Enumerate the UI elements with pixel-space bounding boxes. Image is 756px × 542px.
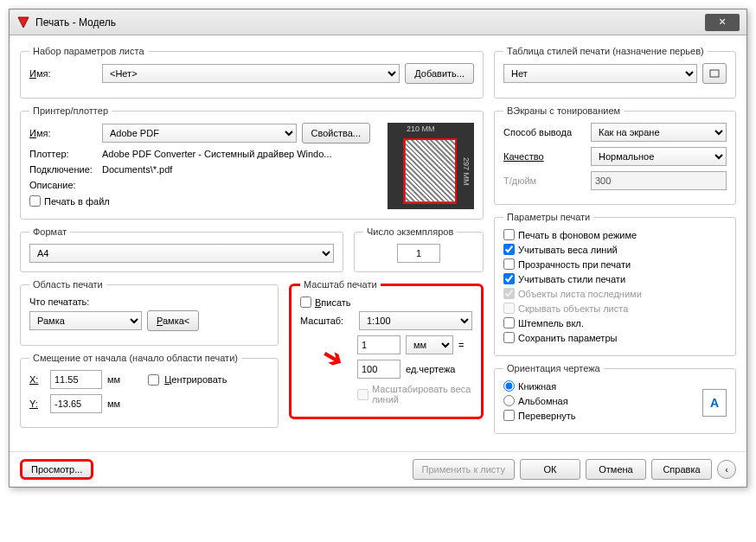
shaded-legend: ВЭкраны с тонированием bbox=[503, 105, 624, 116]
printer-name-select[interactable]: Adobe PDF bbox=[102, 124, 297, 143]
chevron-left-icon: ‹ bbox=[725, 464, 728, 475]
pagesetup-name-select[interactable]: <Нет> bbox=[102, 64, 400, 83]
edit-icon bbox=[708, 67, 721, 80]
offset-y-unit: мм bbox=[107, 399, 120, 409]
paper-size-group: Формат A4 bbox=[20, 226, 343, 272]
scale-drawing-label: ед.чертежа bbox=[406, 364, 455, 374]
titlebar: Печать - Модель × bbox=[10, 10, 746, 35]
dialog-footer: Просмотр... Применить к листу ОК Отмена … bbox=[10, 451, 746, 487]
paper-preview: 210 MM 297 MM bbox=[388, 123, 474, 209]
scale-drawing-input[interactable] bbox=[357, 360, 400, 379]
plotter-value: Adobe PDF Converter - Системный драйвер … bbox=[102, 149, 332, 159]
opt-background-checkbox[interactable] bbox=[503, 229, 515, 240]
plotstyle-group: Таблица стилей печати (назначение перьев… bbox=[494, 46, 736, 99]
plot-options-legend: Параметры печати bbox=[503, 212, 593, 222]
scale-lineweights-label: Масштабировать веса линий bbox=[372, 384, 472, 405]
offset-x-label: X: bbox=[29, 374, 45, 385]
copies-group: Число экземпляров bbox=[354, 226, 484, 272]
quality-select[interactable]: Нормальное bbox=[591, 147, 727, 166]
offset-group: Смещение от начала (начало области печат… bbox=[20, 353, 279, 428]
opt-save-label: Сохранить параметры bbox=[518, 333, 617, 343]
orientation-portrait-radio[interactable] bbox=[503, 380, 515, 392]
orientation-landscape-radio[interactable] bbox=[503, 395, 515, 406]
offset-x-unit: мм bbox=[107, 374, 120, 385]
plotstyle-edit-button[interactable] bbox=[702, 63, 727, 84]
orientation-legend: Ориентация чертежа bbox=[503, 363, 604, 373]
connection-value: Documents\*.pdf bbox=[102, 164, 172, 175]
orientation-preview-icon: A bbox=[702, 389, 727, 417]
cancel-button[interactable]: Отмена bbox=[586, 459, 646, 480]
printer-props-button[interactable]: Свойства... bbox=[302, 123, 370, 143]
scale-group: Масштаб печати Вписать Масштаб: 1:100 ➔ … bbox=[289, 279, 484, 419]
opt-stamp-label: Штемпель вкл. bbox=[518, 318, 584, 328]
ok-button[interactable]: ОК bbox=[520, 459, 580, 480]
dpi-input bbox=[591, 171, 727, 190]
description-label: Описание: bbox=[29, 180, 97, 190]
opt-hide-label: Скрывать объекты листа bbox=[518, 303, 628, 314]
shaded-group: ВЭкраны с тонированием Способ выводаКак … bbox=[494, 105, 736, 205]
paper-size-legend: Формат bbox=[29, 226, 70, 237]
orientation-upside-checkbox[interactable] bbox=[503, 410, 515, 421]
collapse-button[interactable]: ‹ bbox=[717, 460, 736, 479]
scale-unit-select[interactable]: мм bbox=[406, 335, 453, 354]
offset-y-input[interactable] bbox=[50, 394, 102, 413]
pagesetup-name-label: Имя: bbox=[29, 68, 97, 79]
orientation-upside-label: Перевернуть bbox=[518, 411, 576, 421]
opt-lineweights-checkbox[interactable] bbox=[503, 244, 515, 255]
opt-save-checkbox[interactable] bbox=[503, 332, 515, 343]
plot-what-label: Что печатать: bbox=[29, 297, 269, 307]
plot-window-button[interactable]: Рамка< bbox=[147, 310, 199, 331]
preview-button[interactable]: Просмотр... bbox=[20, 459, 93, 480]
connection-label: Подключение: bbox=[29, 164, 97, 175]
scale-legend: Масштаб печати bbox=[300, 279, 381, 290]
opt-stamp-checkbox[interactable] bbox=[503, 317, 515, 328]
offset-x-input[interactable] bbox=[50, 370, 102, 389]
annotation-arrow-icon: ➔ bbox=[317, 340, 348, 374]
svg-rect-0 bbox=[710, 70, 719, 77]
opt-lineweights-label: Учитывать веса линий bbox=[518, 245, 618, 255]
printer-name-label: Имя: bbox=[29, 128, 97, 138]
copies-input[interactable] bbox=[397, 244, 440, 263]
printer-group: Принтер/плоттер Имя: Adobe PDF Свойства.… bbox=[20, 105, 484, 220]
apply-button: Применить к листу bbox=[413, 459, 516, 480]
printer-legend: Принтер/плоттер bbox=[29, 105, 112, 116]
offset-legend: Смещение от начала (начало области печат… bbox=[29, 353, 241, 363]
copies-legend: Число экземпляров bbox=[363, 226, 457, 237]
plot-area-group: Область печати Что печатать: Рамка Рамка… bbox=[20, 279, 279, 346]
page-setup-legend: Набор параметров листа bbox=[29, 46, 148, 56]
opt-hide-checkbox bbox=[503, 303, 515, 314]
fit-checkbox[interactable] bbox=[300, 297, 311, 308]
plot-area-legend: Область печати bbox=[29, 279, 106, 290]
scale-lineweights-checkbox bbox=[357, 389, 368, 400]
opt-background-label: Печать в фоновом режиме bbox=[518, 230, 637, 240]
opt-plotstyles-checkbox[interactable] bbox=[503, 273, 515, 284]
plotstyle-legend: Таблица стилей печати (назначение перьев… bbox=[503, 46, 708, 56]
offset-y-label: Y: bbox=[29, 399, 45, 409]
scale-unit-input[interactable] bbox=[357, 335, 400, 354]
center-checkbox[interactable] bbox=[148, 374, 159, 386]
plotter-label: Плоттер: bbox=[29, 149, 97, 159]
scale-select[interactable]: 1:100 bbox=[359, 311, 472, 330]
plot-options-group: Параметры печати Печать в фоновом режиме… bbox=[494, 212, 736, 356]
plot-area-select[interactable]: Рамка bbox=[29, 311, 142, 330]
opt-paperspace-checkbox bbox=[503, 288, 515, 299]
opt-transparency-checkbox[interactable] bbox=[503, 258, 515, 270]
dpi-label: Т/дюйм bbox=[503, 175, 586, 186]
orientation-group: Ориентация чертежа Книжная Альбомная Пер… bbox=[494, 363, 736, 434]
center-label: Центрировать bbox=[164, 374, 227, 385]
print-to-file-checkbox[interactable] bbox=[29, 195, 41, 207]
opt-paperspace-label: Объекты листа последними bbox=[518, 289, 642, 299]
shade-mode-select[interactable]: Как на экране bbox=[591, 123, 727, 142]
orientation-landscape-label: Альбомная bbox=[518, 396, 568, 406]
help-button[interactable]: Справка bbox=[651, 459, 712, 480]
paper-size-select[interactable]: A4 bbox=[29, 244, 334, 263]
opt-plotstyles-label: Учитывать стили печати bbox=[518, 274, 625, 284]
window-title: Печать - Модель bbox=[35, 16, 705, 29]
scale-label: Масштаб: bbox=[300, 316, 354, 326]
add-pagesetup-button[interactable]: Добавить... bbox=[405, 63, 474, 84]
close-button[interactable]: × bbox=[705, 14, 740, 31]
app-icon bbox=[16, 16, 30, 29]
opt-transparency-label: Прозрачность при печати bbox=[518, 259, 631, 270]
plotstyle-select[interactable]: Нет bbox=[503, 64, 697, 83]
print-dialog: Печать - Модель × Набор параметров листа… bbox=[9, 9, 747, 488]
